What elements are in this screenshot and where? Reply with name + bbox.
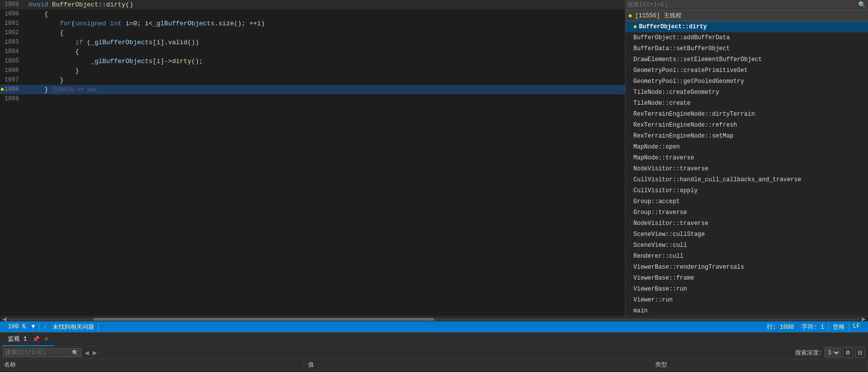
stack-item-26[interactable]: main <box>625 305 868 316</box>
horizontal-scrollbar[interactable]: ◀ ▶ <box>0 316 868 321</box>
code-line-1092[interactable]: 1092 { <box>0 28 625 38</box>
line-code: { <box>25 47 625 57</box>
stack-item-17[interactable]: Group::traverse <box>625 207 868 218</box>
code-line-1097[interactable]: 1097 } <box>0 75 625 85</box>
line-code: { <box>25 9 625 19</box>
stack-item-12[interactable]: MapNode::traverse <box>625 152 868 163</box>
line-code: } <box>25 66 625 75</box>
dropdown-icon: ▼ <box>31 323 35 330</box>
check-icon: ✓ <box>43 324 47 331</box>
code-panel: 1089⊟void BufferObject::dirty()1090 {109… <box>0 0 625 316</box>
watch-tab-1[interactable]: 监视 1 📌 ✕ <box>2 333 55 346</box>
code-line-1093[interactable]: 1093 if (_glBufferObjects[i].valid()) <box>0 38 625 47</box>
stack-item-22[interactable]: ViewerBase::renderingTraversals <box>625 262 868 273</box>
thread-label: [11556] 主线程 <box>635 11 682 20</box>
stack-item-25[interactable]: Viewer::run <box>625 295 868 305</box>
stack-item-23[interactable]: ViewerBase::frame <box>625 273 868 284</box>
search-magnifier-icon: 🔍 <box>72 350 79 356</box>
code-line-1096[interactable]: 1096 } <box>0 66 625 75</box>
depth-control: 搜索深度: 1 2 3 4 5 <box>795 348 841 358</box>
line-code: _glBufferObjects[i]->dirty(); <box>25 57 625 66</box>
stack-item-16[interactable]: Group::accept <box>625 196 868 207</box>
col-value: 值 <box>304 359 651 371</box>
editor-split: 1089⊟void BufferObject::dirty()1090 {109… <box>0 0 868 316</box>
watch-search-box: 🔍 <box>3 348 81 357</box>
code-line-1090[interactable]: 1090 { <box>0 9 625 19</box>
line-col[interactable]: 行: 1098 字符: 1 <box>763 323 829 331</box>
stack-item-0[interactable]: ◆BufferObject::dirty <box>625 21 868 32</box>
line-number: 1089 <box>0 0 25 9</box>
stack-item-13[interactable]: NodeVisitor::traverse <box>625 163 868 174</box>
line-number: 1099 <box>0 94 25 104</box>
stack-item-19[interactable]: SceneView::cullStage <box>625 229 868 240</box>
stack-item-7[interactable]: TileNode::create <box>625 98 868 109</box>
stack-item-8[interactable]: RexTerrainEngineNode::dirtyTerrain <box>625 109 868 120</box>
thread-header: ◆ [11556] 主线程 <box>625 10 868 21</box>
code-line-1089[interactable]: 1089⊟void BufferObject::dirty() <box>0 0 625 9</box>
line-number: 1094 <box>0 47 25 57</box>
scrollbar-track[interactable] <box>8 318 860 321</box>
line-code <box>25 94 625 104</box>
search-nav-buttons: ◀ ▶ <box>83 349 98 357</box>
line-number: 1091 <box>0 19 25 28</box>
code-line-1095[interactable]: 1095 _glBufferObjects[i]->dirty(); <box>0 57 625 66</box>
stack-item-14[interactable]: CullVisitor::handle_cull_callbacks_and_t… <box>625 174 868 185</box>
line-code: } <box>25 75 625 85</box>
pin-tab-btn[interactable]: 📌 <box>33 336 40 342</box>
depth-select[interactable]: 1 2 3 4 5 <box>824 348 841 358</box>
main-container: 1089⊟void BufferObject::dirty()1090 {109… <box>0 0 868 372</box>
line-number: 1093 <box>0 38 25 47</box>
collapse-btn[interactable]: ⊟ <box>855 348 865 358</box>
zoom-level[interactable]: 100 % ▼ <box>4 323 39 330</box>
stack-item-2[interactable]: BufferData::setBufferObject <box>625 43 868 54</box>
stack-item-20[interactable]: SceneView::cull <box>625 240 868 251</box>
stack-item-5[interactable]: GeometryPool::getPooledGeometry <box>625 76 868 87</box>
stack-item-6[interactable]: TileNode::createGeometry <box>625 87 868 98</box>
code-line-1091[interactable]: 1091 for(unsigned int i=0; i<_glBufferOb… <box>0 19 625 28</box>
status-bar: 100 % ▼ ✓ 未找到相关问题 行: 1098 字符: 1 空格 LF <box>0 321 868 332</box>
line-number: 1095 <box>0 57 25 66</box>
bottom-area: 监视 1 📌 ✕ 🔍 ◀ ▶ 搜索深度: 1 2 3 4 <box>0 332 868 372</box>
status-right: 行: 1098 字符: 1 空格 LF <box>763 323 864 331</box>
stack-item-9[interactable]: RexTerrainEngineNode::refresh <box>625 120 868 131</box>
col-name: 名称 <box>0 359 304 371</box>
line-number: 1097 <box>0 75 25 85</box>
active-arrow: ◆ <box>633 23 637 30</box>
stack-item-1[interactable]: BufferObject::addBufferData <box>625 32 868 43</box>
prev-result-btn[interactable]: ◀ <box>83 349 90 357</box>
stack-item-4[interactable]: GeometryPool::createPrimitiveSet <box>625 65 868 76</box>
stack-item-15[interactable]: CullVisitor::apply <box>625 185 868 196</box>
next-result-btn[interactable]: ▶ <box>91 349 98 357</box>
call-stack-list: ◆BufferObject::dirtyBufferObject::addBuf… <box>625 21 868 316</box>
search-icon: 🔍 <box>858 1 866 9</box>
line-code: ⊟void BufferObject::dirty() <box>25 0 625 9</box>
line-code: for(unsigned int i=0; i<_glBufferObjects… <box>25 19 625 28</box>
stack-item-18[interactable]: NodeVisitor::traverse <box>625 218 868 229</box>
encoding[interactable]: LF <box>849 323 864 331</box>
watch-table: 名称 值 类型 ◆ ▼ ◆ _glBufferObjects{_array={ … <box>0 359 868 372</box>
code-line-1094[interactable]: 1094 { <box>0 47 625 57</box>
callstack-search-bar: 🔍 <box>625 0 868 10</box>
stack-item-3[interactable]: DrawElements::setElementBufferObject <box>625 54 868 65</box>
code-line-1098[interactable]: ▶1098 } 已用时间 <= 1ms <box>0 85 625 94</box>
close-tab-btn[interactable]: ✕ <box>44 336 49 342</box>
line-code: if (_glBufferObjects[i].valid()) <box>25 38 625 47</box>
line-number: 1092 <box>0 28 25 38</box>
line-number: 1090 <box>0 9 25 19</box>
callstack-search-input[interactable] <box>627 1 858 8</box>
stack-item-10[interactable]: RexTerrainEngineNode::setMap <box>625 131 868 142</box>
thread-icon: ◆ <box>628 12 632 19</box>
code-line-1099[interactable]: 1099 <box>0 94 625 104</box>
scrollbar-thumb[interactable] <box>93 318 434 321</box>
watch-search-input[interactable] <box>5 349 70 356</box>
indent-mode[interactable]: 空格 <box>829 323 849 331</box>
issues-status: ✓ 未找到相关问题 <box>39 323 98 331</box>
watch-toolbar: 🔍 ◀ ▶ 搜索深度: 1 2 3 4 5 ⚙ ⊟ <box>0 347 868 359</box>
stack-item-24[interactable]: ViewerBase::run <box>625 284 868 295</box>
format-btn[interactable]: ⚙ <box>843 348 853 358</box>
stack-item-21[interactable]: Renderer::cull <box>625 251 868 262</box>
line-number: 1096 <box>0 66 25 75</box>
stack-item-11[interactable]: MapNode::open <box>625 142 868 152</box>
line-code: { <box>25 28 625 38</box>
watch-tabs: 监视 1 📌 ✕ <box>0 333 868 347</box>
